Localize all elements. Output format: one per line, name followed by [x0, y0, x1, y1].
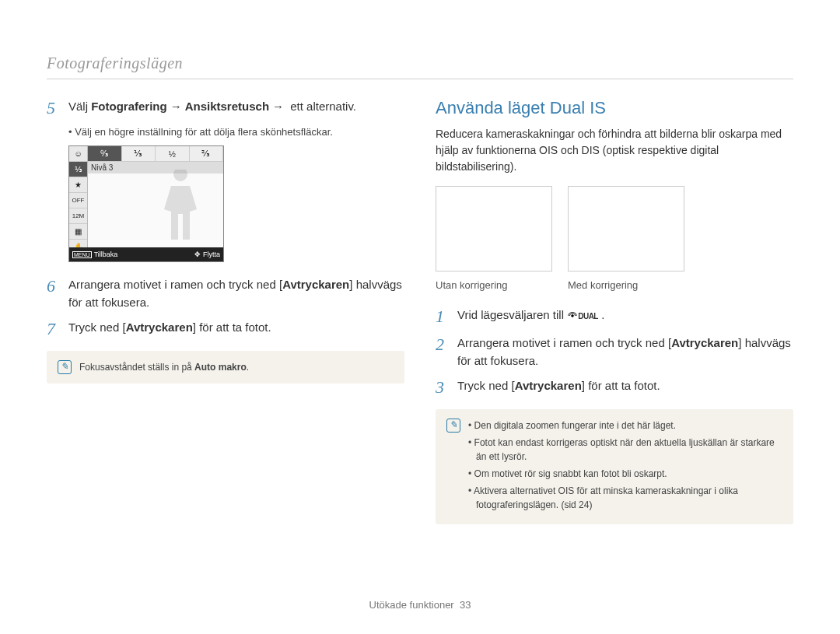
level-option: ⅔ — [190, 146, 224, 161]
note-box: ✎ Fokusavståndet ställs in på Auto makro… — [47, 351, 404, 384]
move-label: Flytta — [203, 250, 220, 258]
bold-text: Avtryckaren — [515, 379, 582, 392]
dpad-icon: ✥ — [194, 250, 201, 258]
dual-label: DUAL — [578, 310, 598, 322]
text: Arrangera motivet i ramen och tryck ned … — [457, 336, 671, 349]
size-icon: 12M — [69, 208, 87, 224]
step-number: 3 — [436, 377, 450, 398]
step-body: Arrangera motivet i ramen och tryck ned … — [457, 335, 793, 370]
content-columns: 5 Välj Fotografering→Ansiktsretusch→ ett… — [47, 98, 793, 524]
image-placeholder-before — [436, 186, 552, 271]
person-silhouette — [153, 170, 208, 240]
bold-text: Avtryckaren — [282, 278, 349, 291]
step-6: 6 Arrangera motivet i ramen och tryck ne… — [47, 276, 404, 311]
dual-mode-icon: DUAL — [567, 310, 598, 322]
step-number: 2 — [436, 335, 450, 355]
camera-ui-screenshot: ☺ ⅓ ★ OFF 12M ▦ ✋ ⁰⁄₃ ⅓ ½ ⅔ Nivå 3 — [68, 145, 224, 262]
section-header: Fotograferingslägen — [47, 54, 793, 79]
step-number: 6 — [47, 276, 61, 296]
text: Välj — [68, 100, 91, 113]
footer-label: Utökade funktioner — [369, 599, 454, 611]
image-placeholder-after — [568, 186, 684, 271]
intro-text: Reducera kameraskakningar och förhindra … — [436, 126, 793, 175]
step-number: 5 — [47, 98, 61, 118]
step-2: 2 Arrangera motivet i ramen och tryck ne… — [436, 335, 793, 370]
step-number: 7 — [47, 319, 61, 339]
step-body: Tryck ned [Avtryckaren] för att ta fotot… — [68, 319, 271, 337]
caption-after: Med korrigering — [568, 279, 684, 291]
level-icon: ⅓ — [69, 162, 87, 177]
text: . — [601, 308, 604, 321]
text: ett alternativ. — [287, 100, 356, 113]
text: ] för att ta fotot. — [193, 321, 271, 334]
screenshot-preview: ⁰⁄₃ ⅓ ½ ⅔ Nivå 3 — [88, 146, 223, 247]
comparison-images — [436, 186, 793, 271]
text: Arrangera motivet i ramen och tryck ned … — [68, 278, 282, 291]
comparison-captions: Utan korrigering Med korrigering — [436, 279, 793, 291]
level-option: ⁰⁄₃ — [88, 146, 122, 161]
note-icon: ✎ — [446, 419, 460, 433]
menu-icon: MENU — [72, 251, 92, 258]
back-label: Tillbaka — [94, 250, 118, 258]
level-option: ½ — [156, 146, 190, 161]
text: Tryck ned [ — [68, 321, 126, 334]
step-5: 5 Välj Fotografering→Ansiktsretusch→ ett… — [47, 98, 404, 118]
off-icon: OFF — [69, 193, 87, 208]
bold-text: Avtryckaren — [126, 321, 193, 334]
text: Välj en högre inställning för att dölja … — [75, 126, 333, 138]
step-body: Välj Fotografering→Ansiktsretusch→ ett a… — [68, 98, 356, 116]
step-3: 3 Tryck ned [Avtryckaren] för att ta fot… — [436, 377, 793, 398]
bold-text: Avtryckaren — [671, 336, 738, 349]
level-options: ⁰⁄₃ ⅓ ½ ⅔ — [88, 146, 223, 162]
screenshot-bottom-bar: MENU Tillbaka ✥ Flytta — [69, 247, 223, 261]
note-item: Fotot kan endast korrigeras optiskt när … — [468, 436, 782, 464]
text: . — [247, 362, 249, 373]
screenshot-sidebar: ☺ ⅓ ★ OFF 12M ▦ ✋ — [69, 146, 88, 255]
note-icon: ✎ — [58, 360, 72, 374]
caption-before: Utan korrigering — [436, 279, 552, 291]
note-item: Aktivera alternativet OIS för att minska… — [468, 484, 782, 512]
note-text: Den digitala zoomen fungerar inte i det … — [468, 419, 782, 515]
step-1: 1 Vrid lägesväljaren till DUAL . — [436, 306, 793, 327]
text: Vrid lägesväljaren till — [457, 308, 567, 321]
right-column: Använda läget Dual IS Reducera kameraska… — [436, 98, 793, 524]
step-body: Tryck ned [Avtryckaren] för att ta fotot… — [457, 377, 660, 395]
arrow-icon: → — [272, 100, 284, 113]
step-body: Vrid lägesväljaren till DUAL . — [457, 306, 604, 324]
arrow-icon: → — [170, 100, 182, 113]
text: Fokusavståndet ställs in på — [79, 362, 194, 373]
note-text: Fokusavståndet ställs in på Auto makro. — [79, 360, 249, 374]
step-body: Arrangera motivet i ramen och tryck ned … — [68, 276, 404, 311]
note-item: Den digitala zoomen fungerar inte i det … — [468, 419, 782, 433]
level-option: ⅓ — [122, 146, 156, 161]
note-item: Om motivet rör sig snabbt kan fotot bli … — [468, 467, 782, 481]
note-box: ✎ Den digitala zoomen fungerar inte i de… — [436, 409, 793, 524]
text: Tryck ned [ — [457, 379, 515, 392]
sub-bullet: • Välj en högre inställning för att dölj… — [68, 126, 404, 138]
note-list: Den digitala zoomen fungerar inte i det … — [468, 419, 782, 512]
star-icon: ★ — [69, 177, 87, 193]
bold-text: Ansiktsretusch — [185, 100, 269, 113]
bold-text: Fotografering — [91, 100, 167, 113]
bold-text: Auto makro — [194, 362, 247, 373]
step-7: 7 Tryck ned [Avtryckaren] för att ta fot… — [47, 319, 404, 339]
quality-icon: ▦ — [69, 224, 87, 240]
page-number: 33 — [460, 599, 471, 611]
text: ] för att ta fotot. — [582, 379, 660, 392]
left-column: 5 Välj Fotografering→Ansiktsretusch→ ett… — [47, 98, 404, 524]
page-footer: Utökade funktioner 33 — [0, 599, 840, 611]
face-icon: ☺ — [69, 146, 87, 162]
section-title: Använda läget Dual IS — [436, 98, 793, 118]
svg-point-0 — [572, 315, 574, 317]
manual-page: Fotograferingslägen 5 Välj Fotografering… — [0, 0, 840, 634]
step-number: 1 — [436, 306, 450, 327]
